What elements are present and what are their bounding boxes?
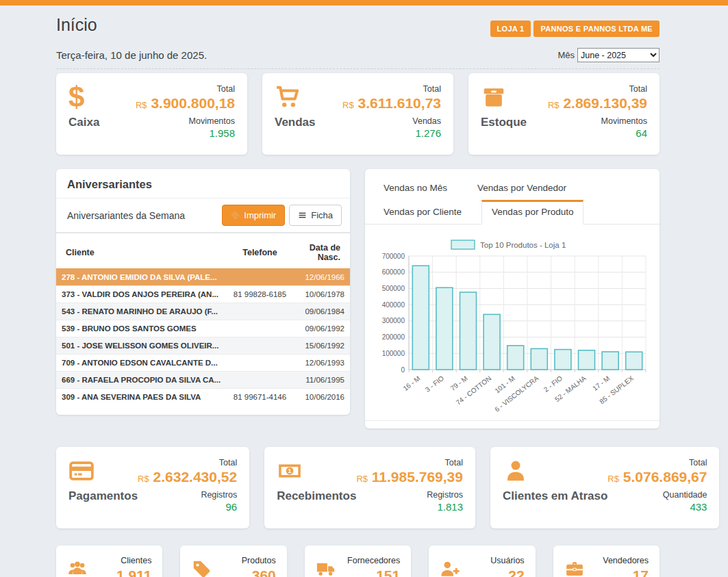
list-icon <box>298 211 307 220</box>
company-button[interactable]: PANNOS E PANNOS LTDA ME <box>534 21 660 37</box>
svg-text:500000: 500000 <box>382 285 405 292</box>
svg-text:3 - FIO: 3 - FIO <box>424 374 445 394</box>
birthday-date: 09/06/1992 <box>295 320 350 337</box>
people-icon <box>67 556 88 577</box>
stat-count-label: Movimentos <box>136 116 235 126</box>
birthday-phone: 81 99671-4146 <box>225 389 295 406</box>
top-stat-cards: $CaixaTotalR$ 3.900.800,18Movimentos1.95… <box>56 73 660 155</box>
stat-count-value: 1.276 <box>342 127 441 139</box>
birthday-row[interactable]: 373 - VALDIR DOS ANJOS PEREIRA (AN...81 … <box>56 286 350 303</box>
counter-value: 1.911 <box>116 567 151 577</box>
counter-value: 360 <box>242 567 276 577</box>
birthday-row[interactable]: 709 - ANTONIO EDSON CAVALCANTE D...12/06… <box>56 355 350 372</box>
print-button[interactable]: Imprimir <box>222 205 285 226</box>
stat-card-name: Clientes em Atraso <box>503 489 607 503</box>
birthday-phone <box>225 303 295 320</box>
sales-panel-footer <box>365 420 660 428</box>
birthday-row[interactable]: 543 - RENATO MARINHO DE ARAUJO (F...09/0… <box>56 303 350 320</box>
stat-total-label: Total <box>136 84 235 94</box>
dollar-icon: $ <box>68 84 99 110</box>
stat-count-value: 1.813 <box>356 501 463 513</box>
tab-vendas-por-produto[interactable]: Vendas por Produto <box>481 200 583 225</box>
stat-total-label: Total <box>607 458 707 467</box>
top-accent-bar <box>0 0 728 5</box>
svg-text:600000: 600000 <box>382 268 405 276</box>
birthday-phone <box>225 355 295 372</box>
counter-value: 22 <box>490 567 524 577</box>
svg-text:16 - M: 16 - M <box>401 374 421 392</box>
stat-total-label: Total <box>356 458 463 467</box>
birthday-row[interactable]: 501 - JOSE WELISSON GOMES OLIVEIR...15/0… <box>56 337 350 355</box>
birthday-date: 15/06/1992 <box>295 337 350 355</box>
stat-count-label: Registros <box>356 490 463 500</box>
birthday-phone <box>225 372 295 389</box>
svg-text:100000: 100000 <box>382 350 405 357</box>
mid-stat-cards: PagamentosTotalR$ 2.632.430,52Registros9… <box>56 447 660 528</box>
tab-vendas-no-mes[interactable]: Vendas no Mês <box>373 176 457 201</box>
counter-label: Produtos <box>242 556 276 565</box>
stat-count-label: Registros <box>138 490 237 500</box>
store-button[interactable]: LOJA 1 <box>490 21 531 37</box>
cart-icon <box>275 84 316 110</box>
svg-text:Top 10 Produtos - Loja 1: Top 10 Produtos - Loja 1 <box>480 241 566 249</box>
sales-panel: Vendas no MêsVendas por VendedorVendas p… <box>365 169 660 428</box>
printer-icon <box>231 211 240 220</box>
birthday-date: 12/06/1966 <box>295 269 350 286</box>
tag-icon <box>191 556 212 577</box>
birthday-row[interactable]: 669 - RAFAELA PROCOPIO DA SILVA CA...11/… <box>56 372 350 389</box>
counter-card-produtos: Produtos360 <box>180 546 286 577</box>
stat-card-name: Vendas <box>275 116 316 129</box>
birthday-client: 309 - ANA SEVERINA PAES DA SILVA <box>56 389 225 406</box>
stat-total-value: R$ 11.985.769,39 <box>356 469 463 485</box>
counter-label: Vendedores <box>603 556 649 565</box>
stat-count-label: Vendas <box>342 116 441 126</box>
stat-total-value: R$ 2.632.430,52 <box>138 469 237 485</box>
stat-card-recebimentos: 1RecebimentosTotalR$ 11.985.769,39Regist… <box>264 447 475 528</box>
stat-card-clientes-em-atraso: Clientes em AtrasoTotalR$ 5.076.869,67Qu… <box>490 447 719 528</box>
birthday-client: 501 - JOSE WELISSON GOMES OLIVEIR... <box>56 337 225 355</box>
print-button-label: Imprimir <box>244 210 276 220</box>
header-badges: LOJA 1 PANNOS E PANNOS LTDA ME <box>490 21 660 37</box>
ficha-button[interactable]: Ficha <box>289 205 342 226</box>
birthday-row[interactable]: 309 - ANA SEVERINA PAES DA SILVA81 99671… <box>56 389 350 406</box>
stat-card-caixa: $CaixaTotalR$ 3.900.800,18Movimentos1.95… <box>56 73 247 155</box>
birthday-row[interactable]: 539 - BRUNO DOS SANTOS GOMES09/06/1992 <box>56 320 350 337</box>
birthday-phone <box>225 337 295 355</box>
counter-card-vendedores: Vendedores17 <box>553 546 660 577</box>
stat-total-value: R$ 3.611.610,73 <box>342 95 441 112</box>
month-select[interactable]: June - 2025 <box>577 48 660 62</box>
ficha-button-label: Ficha <box>311 210 333 220</box>
birthday-client: 373 - VALDIR DOS ANJOS PEREIRA (AN... <box>56 286 225 303</box>
stat-count-value: 96 <box>138 501 237 513</box>
birthday-row[interactable]: 278 - ANTONIO EMIDIO DA SILVA (PALE...12… <box>56 269 350 286</box>
stat-card-name: Recebimentos <box>277 489 356 503</box>
birthday-date: 11/06/1995 <box>295 372 350 389</box>
counter-value: 151 <box>347 567 400 577</box>
stat-total-value: R$ 5.076.869,67 <box>607 469 707 485</box>
banknote-icon: 1 <box>277 458 356 484</box>
birthday-client: 278 - ANTONIO EMIDIO DA SILVA (PALE... <box>56 269 225 286</box>
stat-card-estoque: EstoqueTotalR$ 2.869.130,39Movimentos64 <box>468 73 660 155</box>
stat-count-value: 64 <box>548 127 647 139</box>
tab-vendas-por-cliente[interactable]: Vendas por Cliente <box>373 200 472 225</box>
svg-text:400000: 400000 <box>382 301 405 309</box>
stat-count-label: Quantidade <box>607 490 707 500</box>
birthday-date: 12/06/1993 <box>295 355 350 372</box>
sales-chart-area: Top 10 Produtos - Loja 10100000200000300… <box>365 225 660 416</box>
box-icon <box>481 84 527 110</box>
credit-card-icon <box>68 458 138 484</box>
birthdays-panel: Aniversariantes Aniversariantes da Seman… <box>56 169 350 415</box>
svg-text:0: 0 <box>401 366 405 374</box>
counter-label: Usuários <box>490 556 524 565</box>
stat-total-label: Total <box>138 458 237 467</box>
stat-card-vendas: VendasTotalR$ 3.611.610,73Vendas1.276 <box>262 73 453 155</box>
birthday-date: 09/06/1984 <box>295 303 350 320</box>
person-icon <box>503 458 607 484</box>
page-title: Início <box>56 15 97 35</box>
tab-vendas-por-vendedor[interactable]: Vendas por Vendedor <box>467 176 577 201</box>
col-telefone: Telefone <box>225 236 295 269</box>
briefcase-icon <box>564 556 585 577</box>
birthday-date: 10/06/1978 <box>295 286 350 303</box>
counter-card-fornecedores: Fornecedores151 <box>305 546 411 577</box>
stat-card-name: Estoque <box>481 116 527 129</box>
